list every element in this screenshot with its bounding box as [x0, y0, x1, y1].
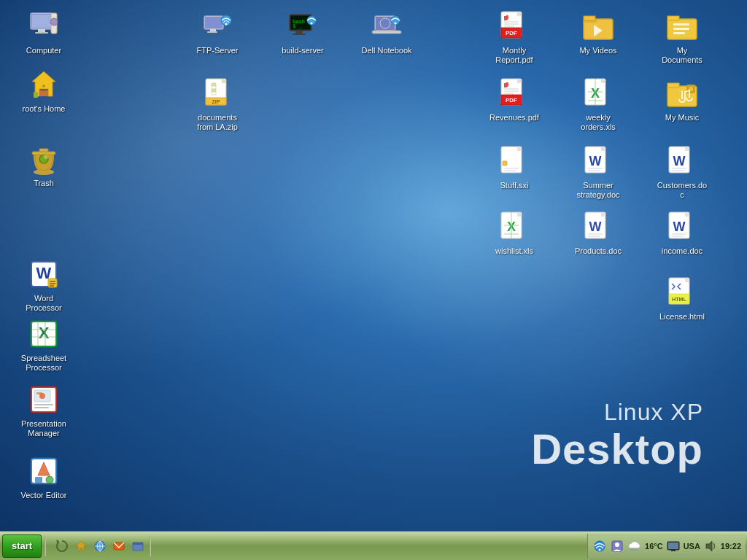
svg-rect-8 [39, 90, 48, 96]
svg-rect-15 [39, 149, 48, 152]
svg-rect-90 [517, 79, 522, 83]
start-button[interactable]: start [2, 534, 42, 558]
icon-trash[interactable]: Trash [15, 139, 73, 191]
svg-text:W: W [589, 154, 602, 168]
tray-network-icon[interactable] [592, 539, 607, 553]
svg-rect-53 [293, 34, 306, 35]
icon-revenues-pdf[interactable]: PDF Revenues.pdf [485, 73, 543, 125]
icon-img-wishlist-xls: X [497, 209, 532, 244]
icon-presentation-manager[interactable]: Presentation Manager [15, 379, 73, 441]
icon-label-customers-doc: Customers.doc [656, 181, 708, 200]
icon-img-stuff-sxi [497, 144, 532, 179]
icon-stuff-sxi[interactable]: Stuff.sxi [485, 141, 543, 193]
icon-img-revenues-pdf: PDF [497, 76, 532, 111]
desktop-icons: Computer root's Home Trash W [0, 0, 747, 531]
icon-income-doc[interactable]: W income.doc [653, 206, 711, 259]
svg-text:X: X [39, 324, 50, 342]
icon-computer[interactable]: Computer [15, 6, 73, 58]
svg-point-9 [42, 85, 45, 88]
icon-img-ftp-server [200, 9, 235, 44]
icon-summer-strategy[interactable]: W Summer strategy.doc [569, 141, 627, 203]
svg-text:PDF: PDF [506, 97, 517, 104]
icon-label-vector-editor: Vector Editor [21, 491, 67, 500]
ql-mail-icon[interactable] [110, 537, 128, 555]
icon-label-monthly-report: Montly Report.pdf [488, 46, 541, 65]
svg-rect-40 [35, 477, 42, 483]
icon-label-my-music: My Music [665, 113, 699, 122]
ql-refresh-icon[interactable] [53, 537, 71, 555]
icon-license-html[interactable]: HTML License.html [653, 272, 711, 324]
tray-user-icon[interactable] [610, 539, 624, 553]
icon-my-documents[interactable]: My Documents [653, 6, 711, 68]
icon-img-summer-strategy: W [581, 144, 616, 179]
tray-display-icon[interactable] [666, 539, 681, 553]
icon-label-dell-notebook: Dell Notebook [361, 46, 411, 55]
icon-my-videos[interactable]: My Videos [569, 6, 627, 58]
icon-label-computer: Computer [26, 46, 61, 55]
svg-rect-115 [601, 147, 605, 151]
taskbar-divider-2 [150, 536, 151, 556]
svg-marker-150 [76, 541, 86, 551]
icon-img-my-documents [665, 9, 700, 44]
svg-rect-70 [212, 92, 216, 95]
icon-img-license-html: HTML [665, 275, 700, 310]
svg-rect-67 [212, 83, 216, 86]
svg-rect-36 [34, 407, 49, 408]
svg-rect-52 [295, 31, 303, 34]
svg-point-55 [311, 23, 313, 25]
svg-text:PDF: PDF [506, 30, 517, 36]
svg-text:W: W [589, 219, 602, 234]
svg-line-163 [632, 549, 633, 551]
icon-img-vector-editor [26, 454, 61, 489]
desktop: Linux XP Desktop Computer root's Home [0, 0, 747, 531]
icon-ftp-server[interactable]: FTP-Server [188, 6, 247, 58]
icon-label-documents-zip: documents from LA.zip [191, 113, 244, 132]
svg-rect-10 [34, 92, 38, 98]
icon-img-build-server: bash $ _ [285, 9, 320, 44]
icon-label-my-documents: My Documents [656, 46, 708, 65]
svg-text:HTML: HTML [672, 297, 686, 302]
taskbar-divider-1 [44, 536, 46, 556]
ql-home-icon[interactable] [72, 537, 90, 555]
ql-browser-icon[interactable] [91, 537, 109, 555]
svg-rect-45 [207, 31, 217, 33]
tray-country: USA [684, 542, 700, 551]
icon-customers-doc[interactable]: W Customers.doc [653, 141, 711, 203]
svg-point-41 [46, 476, 53, 483]
icon-img-income-doc: W [665, 209, 700, 244]
icon-label-income-doc: income.doc [662, 246, 703, 256]
icon-label-wishlist-xls: wishlist.xls [495, 246, 533, 256]
icon-img-computer [26, 9, 61, 44]
icon-img-roots-home [26, 67, 61, 102]
icon-label-products-doc: Products.doc [575, 246, 622, 256]
svg-rect-59 [372, 31, 401, 34]
ql-window-icon[interactable] [129, 537, 147, 555]
icon-spreadsheet-processor[interactable]: X Spreadsheet Processor [15, 314, 73, 376]
icon-weekly-orders[interactable]: X weekly orders.xls [569, 73, 627, 135]
icon-build-server[interactable]: bash $ _ build-server [274, 6, 332, 58]
svg-rect-3 [38, 29, 45, 32]
icon-products-doc[interactable]: W Products.doc [569, 206, 627, 259]
icon-wishlist-xls[interactable]: X wishlist.xls [485, 206, 543, 259]
svg-rect-167 [668, 542, 678, 549]
icon-documents-zip[interactable]: ZIP documents from LA.zip [188, 73, 247, 135]
icon-word-processor[interactable]: W Word Processor [15, 254, 73, 316]
icon-img-dell-notebook [369, 9, 404, 44]
tray-volume-icon[interactable] [703, 539, 718, 553]
svg-point-47 [225, 23, 228, 26]
icon-img-my-videos [581, 9, 616, 44]
icon-my-music[interactable]: My Music [653, 73, 711, 125]
icon-dell-notebook[interactable]: Dell Notebook [357, 6, 416, 58]
icon-vector-editor[interactable]: Vector Editor [15, 451, 73, 503]
svg-line-164 [635, 549, 635, 551]
tray-time: 19:22 [721, 542, 741, 551]
tray-weather-icon[interactable] [627, 539, 642, 553]
svg-rect-34 [36, 392, 42, 394]
icon-label-spreadsheet-processor: Spreadsheet Processor [18, 354, 70, 373]
icon-roots-home[interactable]: root's Home [15, 64, 73, 117]
icon-img-monthly-report: PDF [497, 9, 532, 44]
icon-label-license-html: License.html [659, 312, 705, 322]
system-tray: 16°C USA 19:22 [587, 534, 746, 559]
icon-img-weekly-orders: X [581, 76, 616, 111]
icon-monthly-report[interactable]: PDF Montly Report.pdf [485, 6, 543, 68]
